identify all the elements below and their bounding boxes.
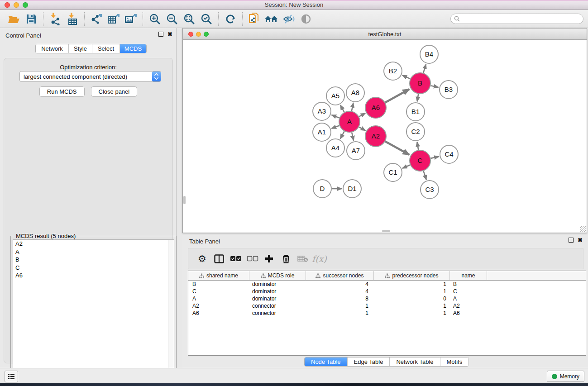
apply-layout-button[interactable]	[222, 11, 239, 27]
table-row[interactable]: A2connector11A2	[188, 302, 586, 310]
open-session-button[interactable]	[5, 11, 23, 27]
graph-edge[interactable]	[417, 94, 419, 102]
graph-edge[interactable]	[340, 131, 344, 139]
column-header-name[interactable]: name	[450, 271, 487, 280]
close-panel-button[interactable]: Close panel	[91, 86, 138, 97]
column-header-shared-name[interactable]: shared name	[188, 271, 249, 280]
toolbar-separator	[84, 12, 85, 26]
zoom-out-button[interactable]	[163, 11, 181, 27]
zoom-fit-button[interactable]	[181, 11, 198, 27]
network-from-selection-button[interactable]	[246, 11, 263, 27]
import-network-icon	[49, 13, 61, 25]
mcds-result-list[interactable]: A2ABCA6	[13, 239, 174, 386]
close-panel-icon[interactable]: ✖	[167, 32, 172, 37]
tab-motifs[interactable]: Motifs	[440, 357, 469, 366]
graph-node-label: B3	[445, 86, 453, 93]
memory-button[interactable]: Memory	[547, 371, 584, 382]
graph-edge[interactable]	[385, 142, 409, 155]
zoom-in-button[interactable]	[146, 11, 163, 27]
export-table-button[interactable]	[105, 11, 122, 27]
network-graph[interactable]: B4B2BB3A8A5A6A3B1AC2A1A2A4A7C4CC1DD1C3	[183, 40, 587, 233]
hide-selected-button[interactable]	[280, 11, 297, 27]
graph-edge[interactable]	[359, 127, 365, 131]
graph-edge[interactable]	[385, 89, 409, 102]
graph-edge[interactable]	[340, 105, 344, 112]
first-neighbors-button[interactable]	[263, 11, 280, 27]
tab-network[interactable]: Network	[36, 44, 69, 53]
column-header-mcds-role[interactable]: MCDS role	[249, 271, 306, 280]
column-header-successor-nodes[interactable]: successor nodes	[306, 271, 374, 280]
delete-column-button[interactable]	[277, 250, 294, 268]
graph-edge[interactable]	[430, 157, 439, 158]
save-session-button[interactable]	[23, 11, 40, 27]
toolbar-search[interactable]	[450, 14, 583, 24]
network-hscrollbar[interactable]	[382, 230, 390, 232]
tab-style[interactable]: Style	[69, 44, 92, 53]
tab-edge-table[interactable]: Edge Table	[348, 357, 390, 366]
import-table-button[interactable]	[64, 11, 81, 27]
graph-edge[interactable]	[423, 64, 426, 73]
table-cell: C	[450, 288, 487, 295]
delete-table-button[interactable]	[294, 250, 311, 268]
network-vscrollbar[interactable]	[183, 196, 186, 204]
attribute-icon	[385, 273, 390, 278]
graph-edge[interactable]	[417, 142, 419, 150]
show-hidden-button[interactable]	[297, 11, 315, 27]
create-column-button[interactable]	[261, 250, 277, 268]
tab-select[interactable]: Select	[92, 44, 120, 53]
save-icon	[26, 14, 37, 24]
table-row[interactable]: Adominator80A	[188, 295, 586, 302]
column-header-predecessor-nodes[interactable]: predecessor nodes	[374, 271, 450, 280]
graph-node-label: A1	[318, 128, 326, 136]
table-cell: 8	[306, 295, 374, 302]
graph-edge[interactable]	[352, 132, 354, 140]
search-input[interactable]	[462, 16, 575, 22]
table-row[interactable]: A6connector11A6	[188, 310, 586, 317]
zoom-selected-button[interactable]	[198, 11, 215, 27]
table-row[interactable]: Cdominator41C	[188, 288, 586, 295]
split-view-button[interactable]	[210, 250, 227, 268]
tab-network-table[interactable]: Network Table	[390, 357, 440, 366]
task-history-button[interactable]	[5, 371, 18, 382]
resize-grip-icon[interactable]	[580, 226, 586, 232]
result-scrollbar[interactable]	[168, 240, 174, 386]
tab-node-table[interactable]: Node Table	[305, 357, 348, 366]
result-item[interactable]: C	[13, 264, 174, 272]
float-panel-icon[interactable]	[158, 32, 163, 37]
graph-edge[interactable]	[423, 171, 426, 180]
tab-mcds[interactable]: MCDS	[120, 44, 146, 53]
close-table-panel-icon[interactable]: ✖	[578, 238, 583, 243]
result-item[interactable]: A6	[13, 272, 174, 280]
table-settings-button[interactable]: ⚙	[194, 250, 210, 268]
result-item[interactable]: A2	[13, 240, 174, 248]
float-table-panel-icon[interactable]	[569, 238, 574, 243]
graph-node-label: C	[418, 157, 423, 164]
table-cell: dominator	[249, 288, 306, 295]
graph-edge[interactable]	[402, 165, 410, 168]
function-builder-button[interactable]: f(x)	[311, 250, 328, 268]
graph-node-label: A4	[331, 144, 339, 152]
graph-edge[interactable]	[332, 115, 339, 118]
show-all-columns-button[interactable]	[227, 250, 244, 268]
import-network-button[interactable]	[47, 11, 64, 27]
toolbar-separator	[143, 12, 143, 26]
export-image-button[interactable]	[122, 11, 139, 27]
result-item[interactable]: A	[13, 248, 174, 256]
run-mcds-button[interactable]: Run MCDS	[39, 86, 85, 97]
graph-edge[interactable]	[332, 125, 339, 128]
graph-edge[interactable]	[402, 75, 410, 79]
table-tabs: Node Table Edge Table Network Table Moti…	[304, 357, 469, 367]
mcds-result-items: A2ABCA6	[13, 240, 174, 280]
network-canvas[interactable]: B4B2BB3A8A5A6A3B1AC2A1A2A4A7C4CC1DD1C3	[183, 40, 587, 233]
export-network-button[interactable]	[88, 11, 105, 27]
criterion-dropdown[interactable]: largest connected component (directed)	[19, 71, 161, 82]
network-window-titlebar[interactable]: testGlobe.txt	[183, 29, 587, 40]
graph-edge[interactable]	[352, 103, 354, 111]
table-row[interactable]: Bdominator41B	[188, 281, 586, 288]
hide-all-columns-button[interactable]	[244, 250, 261, 268]
graph-node-label: B	[418, 79, 422, 87]
graph-edge[interactable]	[430, 86, 438, 87]
result-item[interactable]: B	[13, 256, 174, 264]
graph-edge[interactable]	[359, 113, 365, 116]
optimization-criterion-label: Optimization criterion:	[4, 64, 172, 71]
